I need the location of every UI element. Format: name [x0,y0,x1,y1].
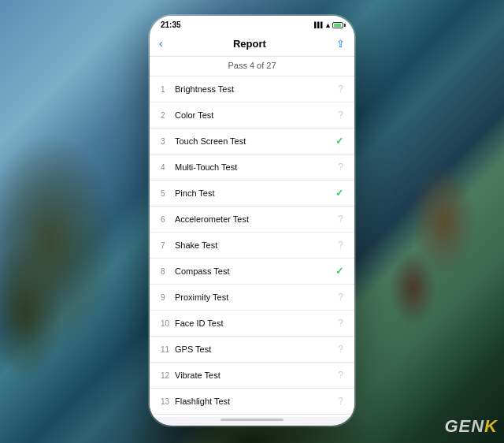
status-bar: 21:35 ▌▌▌ ▴ [150,16,354,32]
test-name: Vibrate Test [175,370,338,380]
nav-bar: ‹ Report ⇪ [150,32,354,57]
test-item-1[interactable]: 1Brightness Test? [150,76,354,102]
progress-header: Pass 4 of 27 [150,57,354,76]
test-number: 7 [161,241,175,250]
test-number: 8 [161,267,175,276]
progress-label: Pass 4 of 27 [228,61,276,70]
test-item-9[interactable]: 9Proximity Test? [150,285,354,311]
test-item-13[interactable]: 13Flashlight Test? [150,389,354,415]
test-name: Proximity Test [175,292,338,302]
test-item-8[interactable]: 8Compass Test✓ [150,259,354,285]
test-status: ? [338,84,343,95]
signal-icon: ▌▌▌ [314,22,324,28]
test-number: 10 [161,319,175,328]
test-name: Multi-Touch Test [175,162,338,172]
test-status: ? [338,396,343,407]
test-status: ? [338,344,343,355]
back-button[interactable]: ‹ [159,37,163,50]
test-name: Flashlight Test [175,396,338,406]
test-name: Shake Test [175,240,338,250]
test-status: ? [338,318,343,329]
test-number: 12 [161,371,175,380]
wifi-icon: ▴ [326,21,330,29]
test-number: 1 [161,85,175,94]
test-list[interactable]: 1Brightness Test?2Color Test?3Touch Scre… [150,76,354,417]
test-status: ? [338,214,343,225]
test-status: ? [338,292,343,303]
test-name: Pinch Test [175,188,335,198]
phone-frame: 21:35 ▌▌▌ ▴ ‹ Report ⇪ Pass 4 of 27 1Bri… [150,16,354,426]
test-item-12[interactable]: 12Vibrate Test? [150,363,354,389]
test-name: Brightness Test [175,84,338,94]
test-name: GPS Test [175,344,338,354]
home-indicator [220,419,284,421]
test-item-3[interactable]: 3Touch Screen Test✓ [150,128,354,154]
battery-fill [334,24,341,27]
test-name: Accelerometer Test [175,214,338,224]
test-number: 13 [161,397,175,406]
test-item-6[interactable]: 6Accelerometer Test? [150,207,354,233]
test-item-4[interactable]: 4Multi-Touch Test? [150,154,354,181]
test-number: 2 [161,111,175,120]
battery-icon [332,22,343,28]
watermark: GENK [444,416,498,437]
status-icons: ▌▌▌ ▴ [314,21,343,29]
test-item-14[interactable]: 14Sound Test? [150,415,354,417]
status-time: 21:35 [161,20,181,29]
test-item-7[interactable]: 7Shake Test? [150,233,354,259]
test-name: Compass Test [175,266,335,276]
test-name: Face ID Test [175,318,338,328]
test-status: ? [338,110,343,121]
test-number: 3 [161,137,175,146]
test-name: Color Test [175,110,338,120]
test-number: 11 [161,345,175,354]
test-status: ✓ [335,188,343,199]
test-status: ? [338,240,343,251]
test-status: ✓ [335,136,343,147]
test-item-5[interactable]: 5Pinch Test✓ [150,181,354,207]
export-button[interactable]: ⇪ [336,38,345,50]
test-item-11[interactable]: 11GPS Test? [150,337,354,363]
nav-title: Report [233,38,266,50]
test-number: 9 [161,293,175,302]
test-item-2[interactable]: 2Color Test? [150,102,354,128]
test-status: ? [338,370,343,381]
test-number: 5 [161,189,175,198]
test-name: Touch Screen Test [175,136,335,146]
test-status: ? [338,162,343,173]
test-number: 6 [161,215,175,224]
test-status: ✓ [335,266,343,277]
test-number: 4 [161,163,175,172]
test-item-10[interactable]: 10Face ID Test? [150,311,354,337]
